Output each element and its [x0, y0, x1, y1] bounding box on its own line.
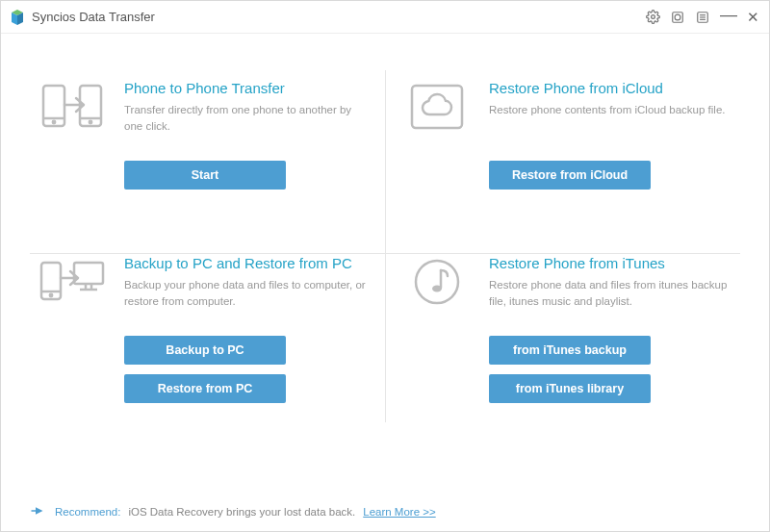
from-itunes-backup-button[interactable]: from iTunes backup: [489, 336, 651, 365]
music-note-icon: [402, 255, 472, 315]
svg-rect-20: [74, 263, 103, 284]
hand-point-icon: [30, 504, 47, 519]
title-left: Syncios Data Transfer: [9, 9, 155, 26]
svg-point-15: [90, 121, 91, 123]
svg-point-23: [432, 286, 442, 292]
card-phone-to-phone: Phone to Phone Transfer Transfer directl…: [20, 61, 385, 218]
svg-point-14: [53, 121, 55, 123]
card-desc: Restore phone contents from iCloud backu…: [489, 102, 732, 118]
card-desc: Backup your phone data and files to comp…: [124, 277, 368, 311]
svg-point-22: [416, 261, 458, 303]
restore-from-pc-button[interactable]: Restore from PC: [124, 374, 286, 403]
cloud-icon: [402, 80, 472, 139]
card-restore-itunes: Restore Phone from iTunes Restore phone …: [385, 218, 750, 432]
card-restore-icloud: Restore Phone from iCloud Restore phone …: [385, 61, 750, 218]
main-content: Phone to Phone Transfer Transfer directl…: [1, 34, 769, 432]
card-backup-pc: Backup to PC and Restore from PC Backup …: [20, 218, 385, 432]
learn-more-link[interactable]: Learn More >>: [363, 506, 435, 518]
card-title: Phone to Phone Transfer: [124, 80, 368, 96]
from-itunes-library-button[interactable]: from iTunes library: [489, 374, 651, 403]
svg-rect-4: [673, 12, 683, 22]
start-button[interactable]: Start: [124, 161, 286, 190]
app-logo-icon: [9, 9, 26, 26]
app-title: Syncios Data Transfer: [32, 10, 155, 24]
titlebar: Syncios Data Transfer — ✕: [1, 1, 769, 34]
minimize-button[interactable]: —: [720, 10, 737, 19]
card-title: Restore Phone from iTunes: [489, 255, 732, 271]
phone-pc-transfer-icon: [38, 255, 107, 315]
grid: Phone to Phone Transfer Transfer directl…: [20, 61, 750, 432]
menu-icon[interactable]: [695, 10, 710, 25]
svg-rect-16: [412, 86, 462, 128]
restore-icloud-button[interactable]: Restore from iCloud: [489, 161, 651, 190]
card-desc: Restore phone data and files from itunes…: [489, 277, 732, 311]
recommend-text: iOS Data Recovery brings your lost data …: [128, 506, 355, 518]
close-button[interactable]: ✕: [747, 9, 759, 26]
recommend-label: Recommend:: [55, 506, 120, 518]
title-right: — ✕: [645, 9, 759, 26]
card-title: Restore Phone from iCloud: [489, 80, 732, 96]
phone-transfer-icon: [38, 80, 107, 139]
card-title: Backup to PC and Restore from PC: [124, 255, 368, 271]
svg-point-19: [50, 294, 52, 296]
settings-icon[interactable]: [645, 10, 660, 25]
card-desc: Transfer directly from one phone to anot…: [124, 102, 368, 136]
svg-point-3: [651, 15, 654, 19]
footer-recommend: Recommend: iOS Data Recovery brings your…: [30, 504, 436, 519]
svg-point-5: [675, 14, 680, 20]
feedback-icon[interactable]: [670, 10, 685, 25]
backup-to-pc-button[interactable]: Backup to PC: [124, 336, 286, 365]
